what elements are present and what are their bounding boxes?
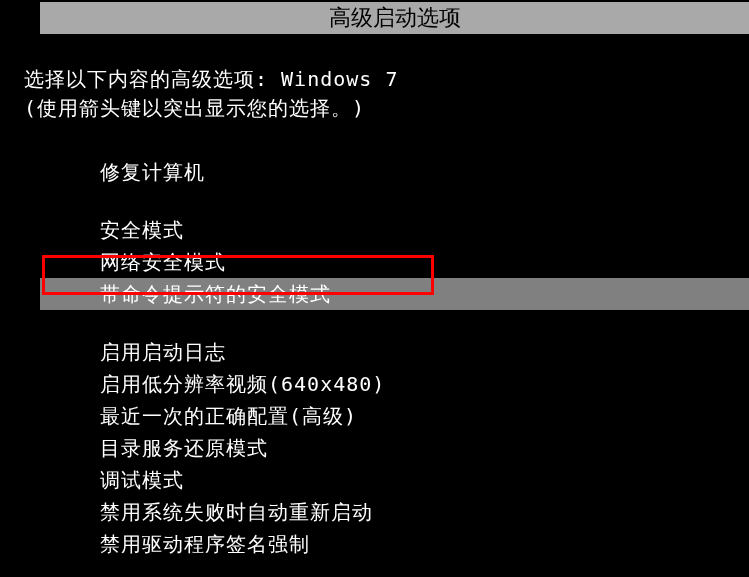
prompt-line: 选择以下内容的高级选项: Windows 7 (24, 66, 749, 93)
hint-line: (使用箭头键以突出显示您的选择。) (24, 95, 749, 122)
menu-item[interactable]: 禁用系统失败时自动重新启动 (100, 496, 749, 528)
boot-menu: 修复计算机安全模式网络安全模式带命令提示符的安全模式启用启动日志启用低分辨率视频… (0, 156, 749, 577)
menu-spacer (0, 188, 749, 214)
menu-item[interactable]: 网络安全模式 (100, 246, 749, 278)
menu-item-label: 禁用系统失败时自动重新启动 (100, 500, 373, 524)
menu-item-label: 网络安全模式 (100, 250, 226, 274)
menu-item[interactable]: 禁用驱动程序签名强制 (100, 528, 749, 560)
menu-item-label: 安全模式 (100, 218, 184, 242)
menu-spacer (0, 310, 749, 336)
menu-item[interactable]: 最近一次的正确配置(高级) (100, 400, 749, 432)
menu-spacer (0, 560, 749, 577)
menu-item[interactable]: 启用低分辨率视频(640x480) (100, 368, 749, 400)
menu-item[interactable]: 目录服务还原模式 (100, 432, 749, 464)
menu-item[interactable]: 安全模式 (100, 214, 749, 246)
menu-item-label: 调试模式 (100, 468, 184, 492)
hint-text: (使用箭头键以突出显示您的选择。) (24, 96, 365, 120)
menu-item[interactable]: 调试模式 (100, 464, 749, 496)
menu-item-label: 启用启动日志 (100, 340, 226, 364)
menu-item-label: 目录服务还原模式 (100, 436, 268, 460)
menu-item[interactable]: 启用启动日志 (100, 336, 749, 368)
title-bar: 高级启动选项 (40, 2, 749, 34)
menu-item-label: 最近一次的正确配置(高级) (100, 404, 357, 428)
menu-item-label: 带命令提示符的安全模式 (100, 282, 331, 306)
title-text: 高级启动选项 (329, 5, 461, 30)
menu-item-label: 启用低分辨率视频(640x480) (100, 372, 385, 396)
prompt-text: 选择以下内容的高级选项: Windows 7 (24, 67, 398, 91)
menu-item[interactable]: 带命令提示符的安全模式 (40, 278, 749, 310)
menu-item-label: 修复计算机 (100, 160, 205, 184)
menu-item[interactable]: 修复计算机 (100, 156, 749, 188)
menu-item-label: 禁用驱动程序签名强制 (100, 532, 310, 556)
